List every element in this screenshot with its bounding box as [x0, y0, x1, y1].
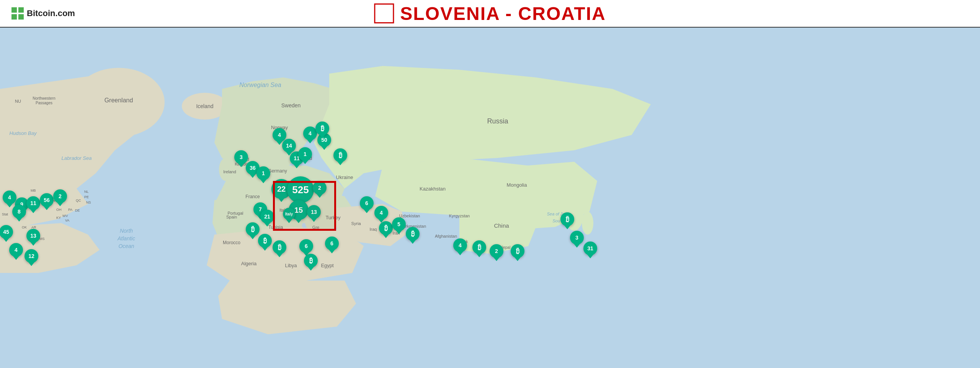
page-title: SLOVENIA - CROATIA [400, 3, 606, 24]
marker-bitcoin-morocco[interactable]: ₿ [258, 234, 272, 248]
marker-2-canada[interactable]: 2 [53, 189, 67, 203]
marker-56-us[interactable]: 56 [40, 193, 54, 207]
marker-bitcoin-japan[interactable]: ₿ [560, 212, 574, 226]
marker-4-us-south[interactable]: 4 [9, 243, 23, 257]
marker-2-india[interactable]: 2 [490, 244, 503, 258]
marker-bitcoin-iran[interactable]: ₿ [406, 227, 420, 241]
title-area: SLOVENIA - CROATIA [374, 3, 606, 24]
marker-12-us[interactable]: 12 [24, 249, 38, 263]
marker-3-sea[interactable]: 3 [570, 231, 584, 245]
marker-bubble: 1 [256, 166, 270, 180]
marker-bubble: 525 [287, 176, 314, 203]
marker-italy[interactable]: Italy [283, 208, 295, 220]
marker-2[interactable]: 2 [313, 181, 327, 195]
marker-bubble: 6 [325, 237, 339, 250]
header: Bitcoin.com SLOVENIA - CROATIA [0, 0, 980, 28]
marker-6-egypt[interactable]: 6 [325, 237, 339, 250]
title-box [374, 3, 394, 23]
marker-bubble-bitcoin: ₿ [406, 227, 420, 241]
marker-bubble-bitcoin: ₿ [246, 222, 260, 236]
logo: Bitcoin.com [11, 7, 75, 20]
marker-bubble: 12 [24, 249, 38, 263]
marker-13-us[interactable]: 13 [26, 229, 40, 243]
marker-6-libya[interactable]: 6 [299, 239, 313, 253]
svg-rect-2 [11, 14, 17, 20]
marker-bitcoin-india[interactable]: ₿ [472, 240, 486, 254]
marker-bubble: 6 [299, 239, 313, 253]
marker-bubble: 13 [307, 205, 321, 219]
marker-france[interactable]: 1 [256, 166, 270, 180]
marker-bubble-bitcoin: ₿ [315, 122, 329, 135]
map-container[interactable]: Norwegian Sea Greenland Iceland Sweden R… [0, 28, 980, 368]
markers-layer: 3 36 1 4 14 4 50 ₿ 11 1 ₿ [0, 28, 980, 368]
marker-bubble-bitcoin: ₿ [379, 221, 393, 235]
marker-bubble: 45 [0, 225, 13, 239]
marker-bubble-bitcoin: ₿ [258, 234, 272, 248]
marker-bubble-bitcoin: ₿ [273, 240, 286, 254]
marker-denmark[interactable]: 14 [282, 139, 296, 153]
marker-bubble: 4 [453, 238, 467, 252]
marker-bubble: Italy [283, 208, 295, 220]
marker-bubble-bitcoin: ₿ [304, 254, 318, 268]
marker-bubble: 13 [26, 229, 40, 243]
marker-bubble-bitcoin: ₿ [560, 212, 574, 226]
marker-bubble: 11 [26, 196, 40, 210]
marker-bubble: 56 [40, 193, 54, 207]
marker-bitcoin-poland[interactable]: ₿ [333, 148, 347, 162]
marker-bubble: 4 [374, 206, 388, 220]
marker-5-iran[interactable]: 5 [392, 217, 406, 231]
marker-bitcoin-tunisia[interactable]: ₿ [273, 240, 286, 254]
marker-bubble: 2 [53, 189, 67, 203]
marker-bubble: 3 [570, 231, 584, 245]
marker-21[interactable]: 21 [260, 210, 274, 223]
marker-bubble: 5 [392, 217, 406, 231]
bitcoin-logo-icon [11, 7, 24, 20]
marker-poland[interactable]: 1 [298, 147, 312, 161]
marker-bitcoin-nepal[interactable]: ₿ [511, 244, 524, 258]
marker-bubble: 31 [583, 242, 597, 255]
marker-13-balkans[interactable]: 13 [307, 205, 321, 219]
marker-bubble: 21 [260, 210, 274, 223]
marker-bitcoin-finland[interactable]: ₿ [315, 122, 329, 135]
marker-4-canada[interactable]: 4 [3, 191, 16, 204]
marker-45-us[interactable]: 45 [0, 225, 13, 239]
marker-bitcoin-portugal[interactable]: ₿ [246, 222, 260, 236]
marker-4-me[interactable]: 4 [374, 206, 388, 220]
svg-rect-1 [18, 7, 24, 13]
marker-bubble-bitcoin: ₿ [511, 244, 524, 258]
marker-6-ukraine[interactable]: 6 [360, 196, 374, 210]
marker-bubble: 2 [313, 181, 327, 195]
marker-8-us[interactable]: 8 [12, 205, 26, 219]
marker-525[interactable]: 525 [287, 176, 314, 203]
svg-rect-0 [11, 7, 17, 13]
marker-sweden[interactable]: 4 [303, 127, 317, 140]
marker-bubble: 4 [9, 243, 23, 257]
marker-bubble: 8 [12, 205, 26, 219]
marker-4-pak[interactable]: 4 [453, 238, 467, 252]
marker-bubble: 4 [3, 191, 16, 204]
marker-bubble: 14 [282, 139, 296, 153]
marker-11-us[interactable]: 11 [26, 196, 40, 210]
svg-rect-3 [18, 14, 24, 20]
logo-text: Bitcoin.com [27, 8, 75, 18]
marker-bubble-bitcoin: ₿ [472, 240, 486, 254]
marker-bubble: 2 [490, 244, 503, 258]
marker-bubble: 6 [360, 196, 374, 210]
marker-bubble-bitcoin: ₿ [333, 148, 347, 162]
marker-bitcoin-me[interactable]: ₿ [379, 221, 393, 235]
marker-bubble: 1 [298, 147, 312, 161]
marker-bitcoin-egypt[interactable]: ₿ [304, 254, 318, 268]
marker-bubble: 4 [303, 127, 317, 140]
marker-31[interactable]: 31 [583, 242, 597, 255]
